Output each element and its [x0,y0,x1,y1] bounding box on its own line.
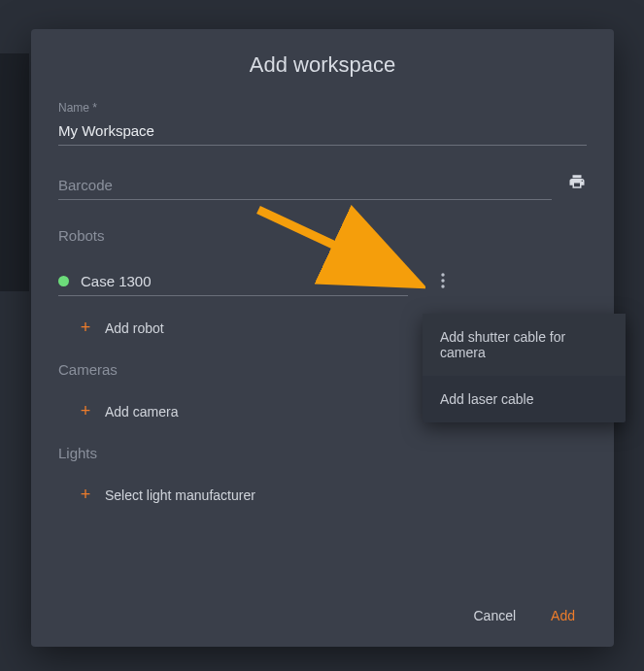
robot-dropdown[interactable]: Case 1300 ▼ [58,269,408,296]
more-vertical-icon [441,273,445,288]
chevron-down-icon: ▼ [398,276,408,286]
dialog-title: Add workspace [58,52,587,78]
menu-item-laser-cable[interactable]: Add laser cable [423,376,626,422]
robot-name: Case 1300 [81,273,398,289]
select-light-link[interactable]: + Select light manufacturer [58,485,587,505]
select-light-label: Select light manufacturer [105,487,255,503]
plus-icon: + [78,318,93,338]
svg-point-0 [441,273,444,276]
add-camera-label: Add camera [105,404,178,419]
dialog-actions: Cancel Add [473,608,575,623]
add-robot-label: Add robot [105,320,164,336]
barcode-input[interactable] [58,173,552,200]
cancel-button[interactable]: Cancel [473,608,516,623]
barcode-field-group [58,173,587,200]
more-options-button[interactable] [435,267,451,298]
svg-point-1 [441,279,444,282]
menu-item-shutter-cable[interactable]: Add shutter cable for camera [423,314,626,376]
add-button[interactable]: Add [551,608,575,623]
name-field-group: Name * [58,101,587,146]
name-label: Name * [58,101,587,115]
print-icon[interactable] [567,173,587,200]
status-dot-icon [58,276,69,286]
lights-section: Lights + Select light manufacturer [58,445,587,505]
lights-heading: Lights [58,445,587,461]
plus-icon: + [78,485,93,505]
plus-icon: + [78,401,93,421]
robot-row: Case 1300 ▼ [58,267,587,298]
robot-options-menu: Add shutter cable for camera Add laser c… [423,314,626,422]
svg-point-2 [441,285,444,287]
background-sidebar [0,53,29,291]
robots-heading: Robots [58,227,587,244]
name-input[interactable] [58,118,587,146]
